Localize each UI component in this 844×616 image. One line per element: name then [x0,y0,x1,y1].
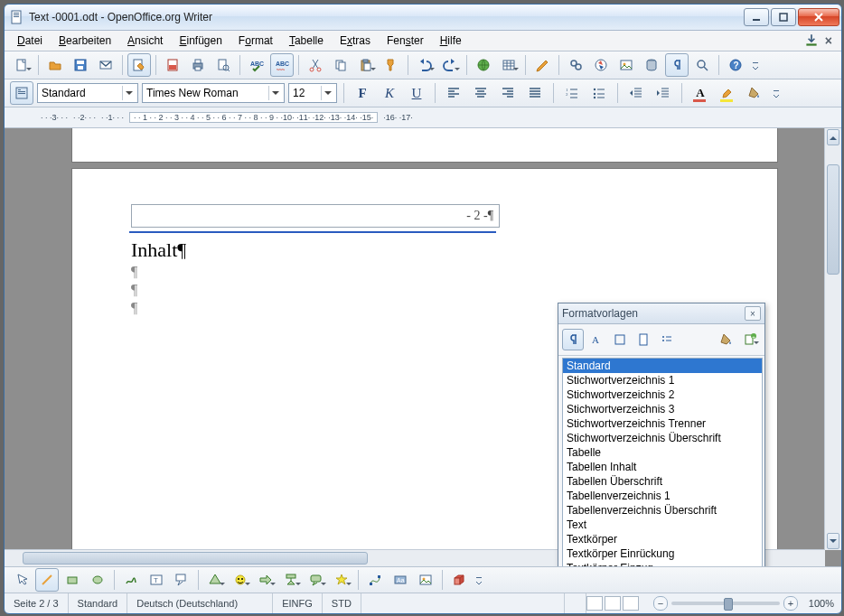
numbered-list-button[interactable]: 12 [560,81,584,105]
menu-einfuegen[interactable]: Einfügen [172,33,229,49]
zoom-button[interactable] [690,53,714,77]
menu-hilfe[interactable]: Hilfe [433,33,469,49]
styles-window-button[interactable] [10,81,33,105]
scroll-up-button[interactable] [827,129,839,145]
paragraph-styles-button[interactable] [562,329,584,350]
frame-styles-button[interactable] [609,329,631,350]
new-style-from-selection-button[interactable]: + [739,329,761,350]
menu-tabelle[interactable]: Tabelle [282,33,331,49]
toolbar-overflow-button[interactable] [473,568,485,592]
basic-shapes-button[interactable] [203,568,227,592]
freeform-line-button[interactable] [119,568,143,592]
paste-button[interactable] [354,53,378,77]
scroll-down-button[interactable] [827,533,839,549]
align-center-button[interactable] [469,81,492,105]
select-tool-button[interactable] [10,568,33,592]
zoom-out-button[interactable]: − [653,596,668,611]
font-color-button[interactable]: A [689,81,712,105]
status-page[interactable]: Seite 2 / 3 [5,593,69,613]
character-styles-button[interactable]: A [586,329,607,350]
status-page-style[interactable]: Standard [69,593,128,613]
align-justify-button[interactable] [523,81,547,105]
data-sources-button[interactable] [640,53,663,77]
style-list-item[interactable]: Text [563,518,762,532]
style-list-item[interactable]: Stichwortverzeichnis 1 [563,373,762,387]
style-list-item[interactable]: Tabelle [563,445,762,460]
vertical-scroll-thumb[interactable] [827,164,839,275]
points-edit-button[interactable] [363,568,387,592]
print-preview-button[interactable] [211,53,235,77]
status-language[interactable]: Deutsch (Deutschland) [127,593,273,613]
undo-button[interactable] [413,53,436,77]
book-view-button[interactable] [623,596,639,611]
callout-shapes-button[interactable] [305,568,328,592]
star-shapes-button[interactable] [330,568,353,592]
increase-indent-button[interactable] [652,81,675,105]
menu-ansicht[interactable]: Ansicht [120,33,170,49]
toolbar-overflow-button[interactable] [749,53,762,77]
menu-format[interactable]: Format [231,33,280,49]
underline-button[interactable]: U [405,81,428,105]
new-document-button[interactable] [10,53,33,77]
zoom-slider-knob[interactable] [724,598,733,611]
menu-extras[interactable]: Extras [333,33,378,49]
download-icon[interactable] [803,33,820,49]
from-file-button[interactable] [414,568,437,592]
single-page-view-button[interactable] [586,596,603,611]
gallery-button[interactable] [614,53,638,77]
align-left-button[interactable] [442,81,465,105]
paragraph-style-combo[interactable]: Standard [37,83,138,103]
redo-button[interactable] [438,53,462,77]
zoom-percent[interactable]: 100% [809,598,834,609]
export-pdf-button[interactable] [161,53,184,77]
find-replace-button[interactable] [564,53,587,77]
heading-text[interactable]: Inhalt¶ [131,238,186,262]
minimize-button[interactable] [744,8,769,26]
styles-list[interactable]: StandardStichwortverzeichnis 1Stichwortv… [562,358,763,566]
spellcheck-button[interactable]: ABC [245,53,268,77]
status-selection-mode[interactable]: STD [323,593,361,613]
style-list-item[interactable]: Stichwortverzeichnis 3 [563,402,762,416]
print-button[interactable] [186,53,210,77]
page-styles-button[interactable] [633,329,654,350]
style-list-item[interactable]: Tabellenverzeichnis 1 [563,489,762,503]
format-paintbrush-button[interactable] [380,53,403,77]
nonprinting-chars-button[interactable] [665,53,689,77]
cut-button[interactable] [304,53,327,77]
style-list-item[interactable]: Textkörper Einrückung [563,546,762,561]
multi-page-view-button[interactable] [605,596,621,611]
style-list-item[interactable]: Standard [563,359,762,373]
bullet-list-button[interactable] [587,81,611,105]
edit-mode-button[interactable] [127,53,151,77]
save-button[interactable] [69,53,92,77]
auto-spellcheck-button[interactable]: ABC [270,53,294,77]
italic-button[interactable]: K [378,81,401,105]
highlight-color-button[interactable] [716,81,739,105]
style-list-item[interactable]: Stichwortverzeichnis Trenner [563,416,762,431]
navigator-button[interactable] [589,53,613,77]
rectangle-tool-button[interactable] [61,568,84,592]
styles-panel-titlebar[interactable]: Formatvorlagen × [558,303,764,324]
decrease-indent-button[interactable] [624,81,648,105]
style-list-item[interactable]: Stichwortverzeichnis 2 [563,387,762,402]
fill-format-mode-button[interactable] [716,329,737,350]
font-size-combo[interactable]: 12 [288,83,337,103]
horizontal-scroll-thumb[interactable] [23,552,368,565]
extrusion-button[interactable] [447,568,471,592]
hyperlink-button[interactable] [472,53,495,77]
list-styles-button[interactable] [656,329,678,350]
formatting-overflow-button[interactable] [770,81,783,105]
flowchart-shapes-button[interactable] [279,568,303,592]
background-color-button[interactable] [743,81,766,105]
menu-bearbeiten[interactable]: Bearbeiten [52,33,118,49]
fontwork-button[interactable]: Aa [389,568,412,592]
styles-panel-close-button[interactable]: × [745,306,761,321]
zoom-slider[interactable] [671,602,780,605]
open-button[interactable] [43,53,67,77]
ellipse-tool-button[interactable] [86,568,109,592]
menu-fenster[interactable]: Fenster [380,33,431,49]
style-list-item[interactable]: Tabellenverzeichnis Überschrift [563,503,762,518]
help-button[interactable]: ? [724,53,747,77]
maximize-button[interactable] [771,8,796,26]
status-modified[interactable] [361,593,565,613]
